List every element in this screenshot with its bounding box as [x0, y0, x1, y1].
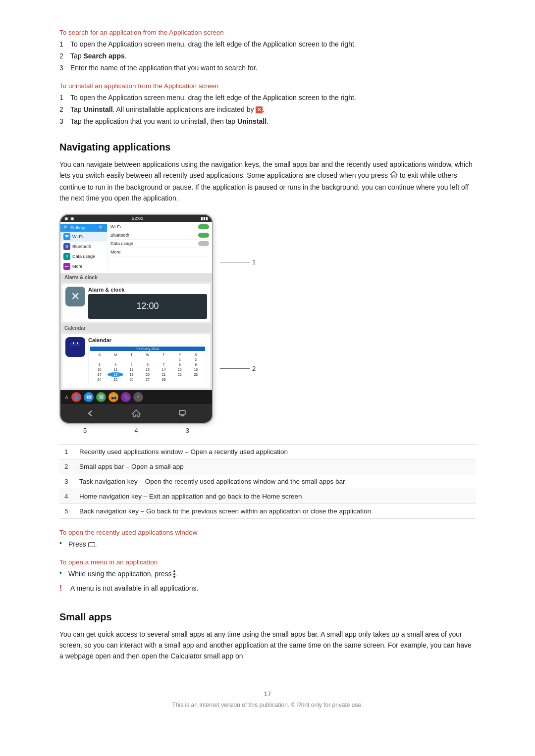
- alarm-card-content: Alarm & clock 12:00: [88, 287, 207, 319]
- arrow-up-icon: ∧: [64, 394, 69, 401]
- clock-display-area: 12:00: [88, 294, 207, 319]
- search-icon: 🔍: [63, 225, 69, 230]
- svg-point-1: [66, 237, 67, 238]
- small-apps-heading: Small apps: [59, 611, 476, 623]
- svg-rect-3: [70, 343, 80, 346]
- recently-used-bullet: • Press .: [59, 539, 476, 550]
- warning-item: ! A menu is not available in all applica…: [59, 583, 476, 594]
- bullet-star: •: [59, 539, 68, 547]
- warning-icon: !: [59, 584, 70, 593]
- calendar-grid: SMTWTFS 12 3456789 10111213141516 171819…: [90, 351, 205, 383]
- diag-num-3: 3: [186, 427, 189, 434]
- search-step-2: 2 Tap Search apps.: [59, 51, 476, 61]
- alarm-app-card: ✕ Alarm & clock 12:00: [62, 284, 210, 322]
- home-icon: [390, 170, 398, 181]
- uninstall-section: To uninstall an application from the App…: [59, 82, 476, 127]
- svg-marker-0: [390, 171, 397, 177]
- table-row: 5 Back navigation key – Go back to the p…: [59, 504, 476, 518]
- search-step-3: 3 Enter the name of the application that…: [59, 63, 476, 73]
- uninstall-steps-list: 1 To open the Application screen menu, d…: [59, 93, 476, 127]
- table-desc: Task navigation key – Open the recently …: [74, 474, 476, 489]
- navigating-body: You can navigate between applications us…: [59, 159, 476, 204]
- task-nav-icon: [176, 407, 189, 420]
- search-steps-list: 1 To open the Application screen menu, d…: [59, 39, 476, 73]
- navigation-table: 1 Recently used applications window – Op…: [59, 444, 476, 519]
- page-number: 17: [59, 690, 476, 698]
- home-nav-icon: [130, 407, 143, 420]
- uninstall-step-3: 3 Tap the application that you want to u…: [59, 116, 476, 127]
- diag-num-4: 4: [134, 427, 138, 434]
- table-num: 4: [59, 489, 74, 504]
- settings-item-more: ••• More: [60, 261, 107, 271]
- phone-diagram-area: ▣ ▣ 22:00 ▮▮▮ 🔍 Settings 🔍 Wi: [59, 214, 476, 434]
- alarm-section-label: Alarm & clock: [60, 273, 212, 282]
- settings-item-wifi: Wi-Fi: [60, 232, 107, 242]
- diag-num-5: 5: [83, 427, 87, 434]
- recently-used-title: To open the recently used applications w…: [59, 529, 476, 536]
- table-desc: Home navigation key – Exit an applicatio…: [74, 489, 476, 504]
- data-toggle: [198, 241, 209, 246]
- callout-1: 1: [220, 258, 256, 266]
- table-num: 2: [59, 459, 74, 474]
- phone-bottom-bar: [60, 404, 212, 423]
- status-icons: ▣ ▣: [64, 216, 75, 221]
- search-small-icon: 🔍: [99, 225, 104, 230]
- diagram-numbers: 5 4 3: [59, 427, 213, 434]
- calendar-section-label: Calendar: [60, 324, 212, 332]
- status-battery: ▮▮▮: [201, 216, 208, 221]
- callout-2: 2: [220, 365, 256, 372]
- table-row: 1 Recently used applications window – Op…: [59, 444, 476, 459]
- bullet-star-2: •: [59, 569, 68, 577]
- table-desc: Recently used applications window – Open…: [74, 444, 476, 459]
- page-footer: 17 This is an Internet version of this p…: [59, 682, 476, 708]
- table-desc: Back navigation key – Go back to the pre…: [74, 504, 476, 518]
- table-row: 3 Task navigation key – Open the recentl…: [59, 474, 476, 489]
- settings-right: Wi-Fi Bluetooth Data usage More: [107, 222, 212, 273]
- small-apps-body: You can get quick access to several smal…: [59, 629, 476, 662]
- search-section: To search for an application from the Ap…: [59, 29, 476, 73]
- open-menu-section: To open a menu in an application • While…: [59, 558, 476, 594]
- menu-dots-icon: [173, 570, 176, 578]
- more-row: More: [109, 248, 210, 256]
- table-num: 3: [59, 474, 74, 489]
- legal-text: This is an Internet version of this publ…: [59, 702, 476, 708]
- small-app-3: 🔢: [96, 392, 106, 402]
- wifi-toggle: [198, 224, 209, 229]
- uninstall-step-2: 2 Tap Uninstall. All uninstallable appli…: [59, 104, 476, 115]
- table-row: 2 Small apps bar – Open a small app: [59, 459, 476, 474]
- red-x-icon: ✕: [256, 106, 263, 113]
- search-step-1: 1 To open the Application screen menu, d…: [59, 39, 476, 50]
- settings-item-bluetooth: B Bluetooth: [60, 242, 107, 252]
- wifi-icon: [63, 233, 70, 240]
- svg-marker-6: [132, 410, 140, 417]
- open-menu-text: While using the application, press .: [68, 569, 476, 579]
- small-app-2: 📧: [84, 392, 94, 402]
- table-desc: Small apps bar – Open a small app: [74, 459, 476, 474]
- clock-time: 12:00: [136, 301, 159, 311]
- settings-left: 🔍 Settings 🔍 Wi-Fi B Blue: [60, 222, 107, 273]
- settings-item-data: D Data usage: [60, 252, 107, 261]
- settings-panel: 🔍 Settings 🔍 Wi-Fi B Blue: [60, 222, 212, 273]
- status-time: 22:00: [132, 216, 143, 221]
- task-key-icon: [88, 542, 95, 547]
- small-app-1: 🌐: [71, 392, 81, 402]
- uninstall-section-title: To uninstall an application from the App…: [59, 82, 476, 90]
- data-icon: D: [63, 253, 70, 260]
- open-menu-title: To open a menu in an application: [59, 558, 476, 566]
- small-app-4: 📷: [108, 392, 118, 402]
- wifi-row: Wi-Fi: [109, 223, 210, 231]
- table-num: 1: [59, 444, 74, 459]
- callout-num-1: 1: [252, 258, 256, 266]
- more-icon: •••: [63, 263, 70, 270]
- warning-text: A menu is not available in all applicati…: [70, 583, 476, 594]
- svg-rect-7: [179, 410, 185, 415]
- recently-used-text: Press .: [68, 539, 476, 550]
- calendar-app-card: Calendar February 2014 SMTWTFS 12 345678…: [62, 334, 210, 388]
- svg-rect-4: [73, 342, 74, 344]
- table-num: 5: [59, 504, 74, 518]
- phone-mockup: ▣ ▣ 22:00 ▮▮▮ 🔍 Settings 🔍 Wi: [59, 214, 213, 424]
- small-apps-bar: ∧ 🌐 📧 🔢 📷 📎 +: [60, 390, 212, 404]
- search-section-title: To search for an application from the Ap…: [59, 29, 476, 36]
- small-app-6: +: [133, 392, 143, 402]
- table-row: 4 Home navigation key – Exit an applicat…: [59, 489, 476, 504]
